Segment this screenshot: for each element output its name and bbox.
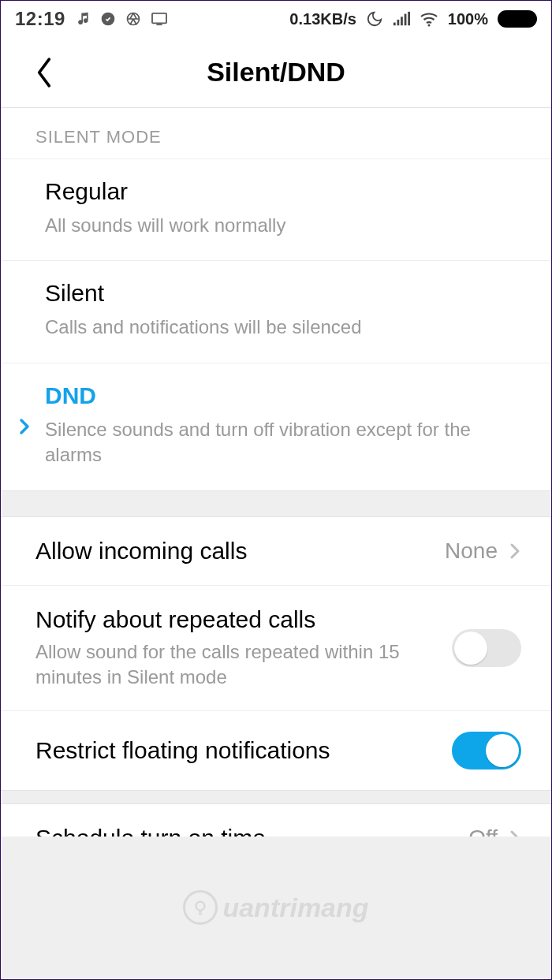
setting-allow-incoming-calls[interactable]: Allow incoming calls None — [1, 517, 551, 586]
back-button[interactable] — [34, 56, 54, 89]
statusbar-right: 0.13KB/s 100% — [289, 10, 537, 28]
statusbar-kbs: 0.13KB/s — [289, 10, 356, 28]
selected-indicator-icon — [18, 415, 31, 438]
setting-title: Restrict floating notifications — [35, 737, 439, 764]
toggle-restrict-floating[interactable] — [452, 732, 521, 769]
option-desc: Calls and notifications will be silenced — [45, 315, 517, 340]
signal-icon — [393, 11, 410, 27]
setting-title: Allow incoming calls — [35, 538, 432, 565]
silent-mode-group: Regular All sounds will work normally Si… — [1, 159, 551, 490]
option-title: Regular — [45, 178, 517, 205]
silent-mode-option-regular[interactable]: Regular All sounds will work normally — [1, 159, 551, 261]
setting-title: Notify about repeated calls — [35, 606, 439, 633]
toggle-notify-repeated[interactable] — [452, 629, 521, 667]
header: Silent/DND — [1, 37, 551, 108]
svg-point-10 — [196, 902, 205, 911]
page-title: Silent/DND — [207, 57, 345, 88]
statusbar: 12:19 0.13KB/s 100% — [1, 1, 551, 37]
battery-icon — [498, 10, 537, 28]
setting-desc: Allow sound for the calls repeated withi… — [35, 639, 439, 691]
option-title: Silent — [45, 280, 517, 307]
music-icon — [75, 11, 91, 27]
svg-rect-6 — [401, 17, 403, 25]
svg-rect-5 — [397, 20, 399, 25]
section-label-silent-mode: SILENT MODE — [1, 108, 551, 159]
silent-mode-option-silent[interactable]: Silent Calls and notifications will be s… — [1, 261, 551, 363]
setting-schedule-turn-on[interactable]: Schedule turn on time Off — [1, 804, 551, 872]
statusbar-time: 12:19 — [15, 8, 65, 30]
setting-notify-repeated-calls[interactable]: Notify about repeated calls Allow sound … — [1, 586, 551, 712]
watermark-text: uantrimang — [222, 892, 368, 923]
chevron-right-icon — [509, 540, 521, 562]
wifi-icon — [420, 11, 438, 27]
svg-rect-8 — [408, 12, 410, 25]
ftp-icon — [151, 12, 168, 26]
watermark-bulb-icon — [183, 890, 218, 925]
svg-rect-2 — [152, 13, 166, 24]
chevron-right-icon — [509, 827, 521, 849]
svg-point-9 — [427, 24, 430, 27]
statusbar-left: 12:19 — [15, 8, 168, 30]
schedule-group: Schedule turn on time Off — [1, 804, 551, 872]
svg-rect-4 — [393, 23, 396, 26]
setting-restrict-floating[interactable]: Restrict floating notifications — [1, 711, 551, 790]
setting-value: Off — [468, 825, 498, 851]
section-gap — [1, 490, 551, 517]
setting-value: None — [445, 538, 498, 564]
check-circle-icon — [100, 11, 116, 27]
aperture-icon — [125, 11, 141, 27]
statusbar-battery-pct: 100% — [448, 10, 488, 28]
svg-rect-7 — [405, 14, 407, 26]
option-desc: All sounds will work normally — [45, 213, 517, 238]
section-gap — [1, 790, 551, 804]
option-title: DND — [45, 382, 517, 409]
watermark: uantrimang — [183, 890, 368, 925]
dnd-settings-group: Allow incoming calls None Notify about r… — [1, 517, 551, 791]
setting-title: Schedule turn on time — [35, 825, 456, 851]
moon-icon — [366, 10, 383, 28]
option-desc: Silence sounds and turn off vibration ex… — [45, 417, 517, 468]
silent-mode-option-dnd[interactable]: DND Silence sounds and turn off vibratio… — [1, 363, 551, 490]
